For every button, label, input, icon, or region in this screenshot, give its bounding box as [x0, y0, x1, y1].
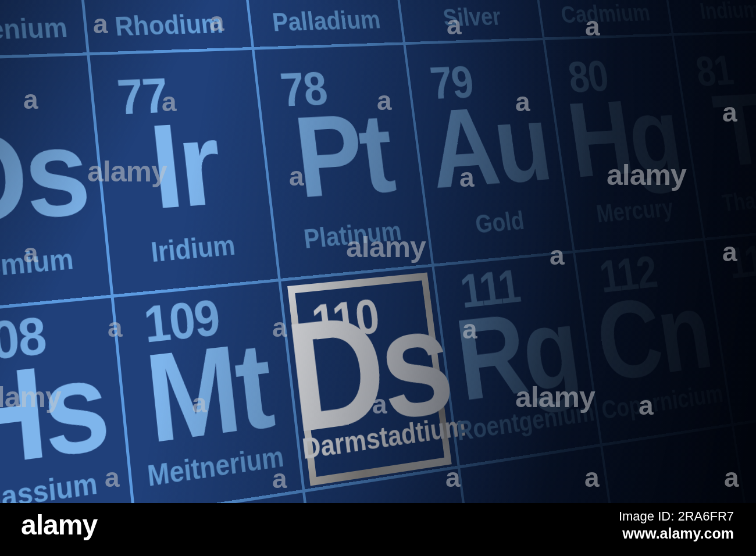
element-symbol: Rg: [450, 291, 584, 418]
element-name: Platinum: [265, 215, 438, 256]
element-name: Thallium: [690, 183, 756, 218]
element-cell-ir: 77IrIridium: [90, 47, 281, 298]
element-name: Iridium: [97, 227, 286, 271]
periodic-table: RutheniumRhodiumPalladiumSilverCadmiumIn…: [0, 0, 756, 556]
atomic-number: 113: [725, 237, 756, 286]
element-name: Cadmium: [531, 0, 678, 27]
element-symbol: Au: [423, 89, 554, 205]
element-cell-rg: 111RgRoentgenium: [434, 250, 602, 468]
element-symbol: Pt: [289, 97, 397, 216]
element-cell-rhodium: Rhodium: [76, 0, 255, 55]
element-name: Indium: [660, 0, 756, 23]
element-cell-ds: 110DsDarmstadtium: [281, 264, 461, 493]
stock-photo-canvas: RutheniumRhodiumPalladiumSilverCadmiumIn…: [0, 0, 756, 556]
element-cell-mt: 109MtMeitnerium: [113, 279, 305, 519]
alamy-footer-bar: alamy Image ID: 2RA6FR7 www.alamy.com: [0, 503, 756, 556]
element-name: Rhodium: [74, 9, 261, 41]
image-credit-block: Image ID: 2RA6FR7 www.alamy.com: [619, 509, 734, 543]
alamy-logo: alamy: [21, 511, 97, 539]
element-symbol: Cn: [590, 277, 715, 398]
alamy-url: www.alamy.com: [619, 524, 734, 543]
element-symbol: Ir: [145, 105, 223, 227]
image-id-value: 2RA6FR7: [677, 509, 734, 523]
image-id-label: Image ID:: [619, 509, 674, 523]
element-symbol: Os: [0, 111, 91, 245]
element-symbol: Hg: [562, 83, 685, 194]
image-id-text: Image ID: 2RA6FR7: [619, 509, 734, 524]
element-symbol: Tl: [708, 78, 756, 183]
element-cell-pt: 78PtPlatinum: [254, 42, 434, 281]
element-symbol: Mt: [141, 324, 276, 462]
element-name: Palladium: [240, 6, 411, 36]
highlight-frame: 110DsDarmstadtium: [287, 272, 452, 486]
element-name: Silver: [391, 3, 550, 31]
